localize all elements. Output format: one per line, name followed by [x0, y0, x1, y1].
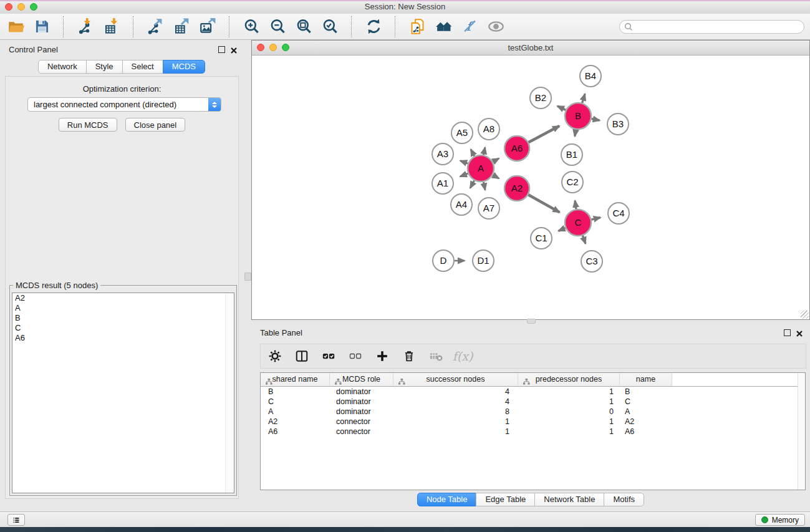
table-row[interactable]: Bdominator41B	[261, 387, 805, 397]
select-all-button[interactable]	[321, 348, 337, 364]
mcds-result-item[interactable]: B	[12, 313, 234, 323]
home-browser-button[interactable]	[433, 16, 454, 37]
table-cell[interactable]: A2	[620, 417, 672, 427]
network-from-selection-button[interactable]	[407, 16, 428, 37]
table-cell[interactable]: A	[261, 407, 330, 417]
close-window-button[interactable]	[5, 3, 12, 11]
table-tab-motifs[interactable]: Motifs	[604, 493, 644, 506]
tab-select[interactable]: Select	[122, 60, 163, 74]
close-table-panel-icon[interactable]	[796, 329, 803, 336]
zoom-out-button[interactable]	[267, 16, 288, 37]
float-table-panel-icon[interactable]	[784, 329, 791, 336]
tab-style[interactable]: Style	[86, 60, 123, 74]
graph-edge-A-A2[interactable]	[493, 175, 499, 179]
hide-annotations-button[interactable]: f	[459, 16, 480, 37]
table-cell[interactable]: B	[620, 387, 672, 397]
task-history-button[interactable]	[7, 514, 25, 526]
graph-edge-A-A4[interactable]	[470, 180, 475, 188]
table-cell[interactable]: A	[620, 407, 672, 417]
import-network-button[interactable]	[75, 16, 96, 37]
graph-edge-A-A1[interactable]	[460, 173, 468, 177]
graph-edge-C-C3[interactable]	[582, 236, 586, 244]
graph-edge-A-A8[interactable]	[483, 147, 485, 155]
close-network-window-button[interactable]	[257, 44, 264, 51]
graph-node-C4[interactable]: C4	[608, 203, 629, 224]
tab-network[interactable]: Network	[38, 60, 87, 74]
zoom-network-window-button[interactable]	[282, 44, 289, 51]
graph-node-A4[interactable]: A4	[451, 194, 472, 215]
table-row[interactable]: A6connector11A6	[261, 427, 805, 437]
zoom-in-button[interactable]	[241, 16, 262, 37]
graph-edge-C-C4[interactable]	[591, 218, 600, 220]
table-cell[interactable]: A2	[261, 417, 330, 427]
resize-grip-icon[interactable]	[801, 311, 809, 319]
graph-edge-A-A7[interactable]	[483, 182, 485, 190]
tab-mcds[interactable]: MCDS	[163, 60, 205, 74]
graph-edge-B-B3[interactable]	[592, 118, 600, 120]
table-cell[interactable]: dominator	[330, 387, 393, 397]
minimize-network-window-button[interactable]	[269, 44, 277, 51]
graph-edge-B-B1[interactable]	[575, 130, 576, 137]
graph-node-A[interactable]: A	[468, 155, 494, 181]
graph-edge-A6-B[interactable]	[529, 126, 559, 142]
zoom-fit-button[interactable]	[293, 16, 314, 37]
column-header-MCDS-role[interactable]: MCDS role	[330, 373, 393, 386]
graph-edge-B-B4[interactable]	[582, 94, 586, 103]
minimize-window-button[interactable]	[17, 3, 25, 11]
column-header-successor-nodes[interactable]: successor nodes	[393, 373, 518, 386]
vertical-splitter-handle[interactable]	[244, 273, 251, 281]
table-tab-node-table[interactable]: Node Table	[417, 493, 477, 506]
table-cell[interactable]: dominator	[330, 397, 393, 407]
graph-node-A5[interactable]: A5	[451, 122, 473, 143]
table-cell[interactable]: 0	[518, 407, 620, 417]
table-cell[interactable]: 1	[518, 387, 620, 397]
zoom-window-button[interactable]	[30, 3, 37, 11]
column-header-predecessor-nodes[interactable]: predecessor nodes	[518, 373, 620, 386]
delete-table-button[interactable]	[428, 348, 444, 364]
table-cell[interactable]: C	[620, 397, 672, 407]
memory-button[interactable]: Memory	[755, 514, 805, 526]
graph-node-A8[interactable]: A8	[478, 118, 499, 140]
mcds-result-item[interactable]: C	[12, 323, 234, 333]
graph-edge-A-A5[interactable]	[471, 150, 475, 157]
table-cell[interactable]: 1	[393, 417, 518, 427]
table-cell[interactable]: 1	[518, 427, 620, 437]
graph-node-A2[interactable]: A2	[504, 176, 529, 201]
column-header-name[interactable]: name	[620, 373, 672, 386]
table-options-button[interactable]	[267, 348, 283, 364]
graph-edge-A-A3[interactable]	[460, 161, 468, 164]
export-image-button[interactable]	[197, 16, 218, 37]
graph-node-C1[interactable]: C1	[531, 228, 552, 249]
table-tab-edge-table[interactable]: Edge Table	[476, 493, 535, 506]
graph-edge-A-A6[interactable]	[493, 158, 499, 162]
zoom-selected-button[interactable]	[319, 16, 340, 37]
save-session-button[interactable]	[31, 16, 52, 37]
graph-node-B[interactable]: B	[565, 103, 591, 129]
deselect-all-button[interactable]	[347, 348, 364, 364]
graph-node-A3[interactable]: A3	[432, 143, 453, 165]
graph-node-A7[interactable]: A7	[478, 198, 499, 219]
graph-edge-A2-C[interactable]	[528, 195, 559, 212]
float-panel-icon[interactable]	[218, 46, 225, 53]
split-table-button[interactable]	[294, 348, 310, 364]
mcds-result-item[interactable]: A	[12, 303, 234, 313]
table-row[interactable]: Cdominator41C	[261, 397, 805, 407]
graph-node-C[interactable]: C	[565, 210, 591, 236]
network-canvas[interactable]: AA1A2A3A4A5A6A7A8BB1B2B3B4CC1C2C3C4DD1	[252, 56, 809, 319]
open-session-button[interactable]	[5, 16, 26, 37]
table-cell[interactable]: 1	[393, 427, 518, 437]
table-cell[interactable]: connector	[330, 427, 393, 437]
graph-node-B4[interactable]: B4	[580, 65, 601, 87]
graph-node-C3[interactable]: C3	[581, 251, 602, 272]
export-network-button[interactable]	[145, 16, 166, 37]
table-cell[interactable]: A6	[620, 427, 672, 437]
horizontal-splitter-handle[interactable]	[527, 319, 536, 324]
run-mcds-button[interactable]: Run MCDS	[59, 118, 117, 132]
graph-node-B2[interactable]: B2	[530, 87, 551, 109]
table-cell[interactable]: connector	[330, 417, 393, 427]
table-tab-network-table[interactable]: Network Table	[534, 493, 604, 506]
close-panel-button[interactable]: Close panel	[125, 118, 186, 132]
graph-node-D1[interactable]: D1	[473, 250, 494, 271]
graph-edge-C-C2[interactable]	[575, 201, 576, 210]
table-cell[interactable]: 1	[518, 417, 620, 427]
